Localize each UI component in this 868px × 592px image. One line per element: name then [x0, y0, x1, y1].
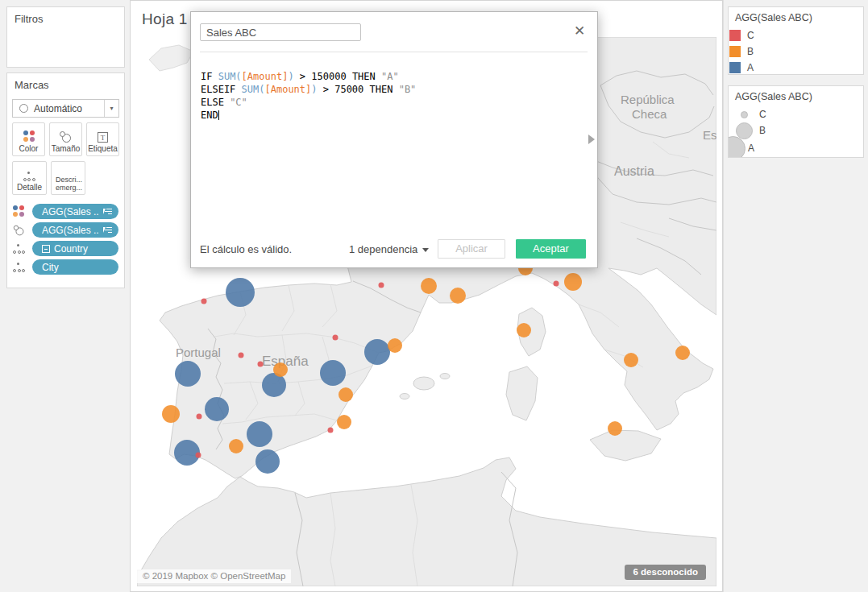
close-icon[interactable]: ✕	[571, 23, 588, 39]
mark-type-value: Automático	[34, 103, 104, 114]
calculation-editor-dialog: ✕ IF SUM([Amount]) > 150000 THEN "A"ELSE…	[190, 11, 598, 268]
size-shelf-icon	[14, 225, 25, 235]
pill-row: Country	[7, 239, 124, 258]
color-legend-item[interactable]: B	[729, 43, 863, 60]
circle-mark-icon	[19, 104, 28, 113]
map-bubble-C[interactable]	[239, 353, 244, 358]
color-legend-card[interactable]: AGG(Sales ABC) CBA	[728, 6, 864, 75]
map-bubble-C[interactable]	[201, 299, 207, 304]
map-bubble-A[interactable]	[174, 440, 200, 466]
detail-icon	[23, 172, 36, 181]
map-bubble-B[interactable]	[338, 387, 353, 402]
map-bubble-A[interactable]	[320, 360, 346, 386]
map-bubble-C[interactable]	[328, 428, 334, 433]
pill-country[interactable]: Country	[32, 241, 118, 256]
detail-button-label: Detalle	[17, 183, 42, 192]
detail-shelf-icon	[13, 263, 26, 272]
unknown-indicator-badge[interactable]: 6 desconocido	[625, 565, 706, 580]
map-bubble-B[interactable]	[337, 415, 351, 429]
legend-label: C	[759, 109, 766, 120]
mark-type-dropdown[interactable]: Automático ▾	[12, 99, 119, 118]
size-button[interactable]: Tamaño	[49, 122, 82, 156]
text-label-icon: T	[98, 132, 108, 143]
map-bubble-B[interactable]	[675, 346, 690, 360]
color-legend-item[interactable]: A	[729, 60, 863, 76]
pill-row: AGG(Sales ..	[7, 202, 124, 221]
tooltip-button-label: Descri... emerg...	[52, 176, 85, 192]
map-bubble-C[interactable]	[554, 281, 559, 287]
map-bubble-A[interactable]	[255, 449, 280, 474]
pill-city[interactable]: City	[32, 259, 118, 275]
map-bubble-B[interactable]	[162, 405, 180, 423]
formula-editor[interactable]: IF SUM([Amount]) > 150000 THEN "A"ELSEIF…	[201, 70, 581, 122]
legend-label: B	[747, 46, 754, 57]
color-legend-item[interactable]: C	[729, 27, 863, 43]
color-button-label: Color	[19, 144, 39, 153]
collapse-hierarchy-icon[interactable]	[42, 245, 50, 253]
pill-agg-sales-color[interactable]: AGG(Sales ..	[32, 204, 118, 219]
sort-icon	[103, 208, 112, 216]
size-legend-item[interactable]: C	[729, 106, 863, 122]
dependency-label: 1 dependencia	[349, 243, 417, 255]
size-circle	[728, 136, 745, 159]
map-bubble-C[interactable]	[196, 453, 201, 458]
legend-panel: AGG(Sales ABC) CBA AGG(Sales ABC) CBA	[723, 0, 868, 592]
dialog-footer: El cálculo es válido. 1 dependencia Apli…	[200, 239, 586, 259]
pill-row: AGG(Sales ..	[7, 221, 124, 239]
legend-label: B	[759, 125, 766, 136]
legend-label: A	[747, 62, 754, 73]
dependency-dropdown[interactable]: 1 dependencia	[349, 243, 429, 255]
color-swatch	[729, 62, 741, 73]
tooltip-button[interactable]: Descri... emerg...	[51, 161, 85, 195]
map-bubble-C[interactable]	[197, 414, 202, 420]
color-legend-title: AGG(Sales ABC)	[729, 7, 863, 27]
label-button-label: Etiqueta	[88, 144, 118, 153]
map-bubble-B[interactable]	[450, 288, 466, 304]
color-swatch	[729, 30, 741, 41]
pill-agg-sales-size[interactable]: AGG(Sales ..	[32, 222, 118, 238]
sort-icon	[103, 226, 112, 234]
expand-panel-arrow-icon[interactable]	[588, 135, 595, 144]
map-bubble-A[interactable]	[247, 421, 272, 447]
color-button[interactable]: Color	[12, 122, 45, 156]
size-icon	[60, 131, 73, 143]
size-legend-item[interactable]: A	[729, 139, 863, 158]
calculation-name-input[interactable]	[200, 23, 361, 41]
map-bubble-A[interactable]	[205, 397, 229, 421]
map-bubble-B[interactable]	[229, 439, 243, 453]
detail-button[interactable]: Detalle	[12, 161, 47, 195]
accept-button[interactable]: Aceptar	[516, 239, 586, 259]
size-legend-items: CBA	[729, 106, 863, 158]
size-legend-card[interactable]: AGG(Sales ABC) CBA	[728, 85, 864, 158]
map-bubble-B[interactable]	[608, 421, 622, 436]
map-bubble-A[interactable]	[175, 361, 201, 387]
pill-shelf: AGG(Sales .. AGG(Sales .. Country	[7, 202, 124, 276]
color-swatch	[729, 46, 741, 57]
dialog-separator	[200, 52, 588, 52]
map-bubble-C[interactable]	[258, 362, 264, 367]
apply-button[interactable]: Aplicar	[438, 239, 505, 259]
detail-shelf-icon	[13, 244, 26, 254]
size-legend-title: AGG(Sales ABC)	[729, 86, 863, 106]
label-button[interactable]: T Etiqueta	[86, 122, 119, 156]
filters-title: Filtros	[7, 7, 124, 28]
map-bubble-B[interactable]	[273, 362, 288, 377]
sheet-title: Hoja 1	[142, 10, 188, 28]
map-bubble-C[interactable]	[379, 283, 384, 288]
map-bubble-C[interactable]	[333, 335, 338, 341]
map-place-label: Austria	[614, 164, 654, 178]
map-bubble-B[interactable]	[624, 353, 638, 367]
text-cursor	[218, 110, 219, 120]
size-legend-item[interactable]: B	[729, 122, 863, 139]
map-bubble-B[interactable]	[388, 338, 402, 353]
map-bubble-A[interactable]	[364, 339, 390, 365]
legend-label: C	[747, 30, 754, 41]
map-bubble-B[interactable]	[517, 323, 531, 337]
map-bubble-B[interactable]	[421, 278, 437, 294]
map-bubble-B[interactable]	[564, 273, 582, 291]
legend-label: A	[748, 143, 754, 154]
map-bubble-A[interactable]	[226, 278, 255, 307]
chevron-down-icon[interactable]: ▾	[104, 100, 118, 117]
map-attribution[interactable]: © 2019 Mapbox © OpenStreetMap	[137, 569, 291, 583]
color-legend-items: CBA	[729, 27, 863, 76]
